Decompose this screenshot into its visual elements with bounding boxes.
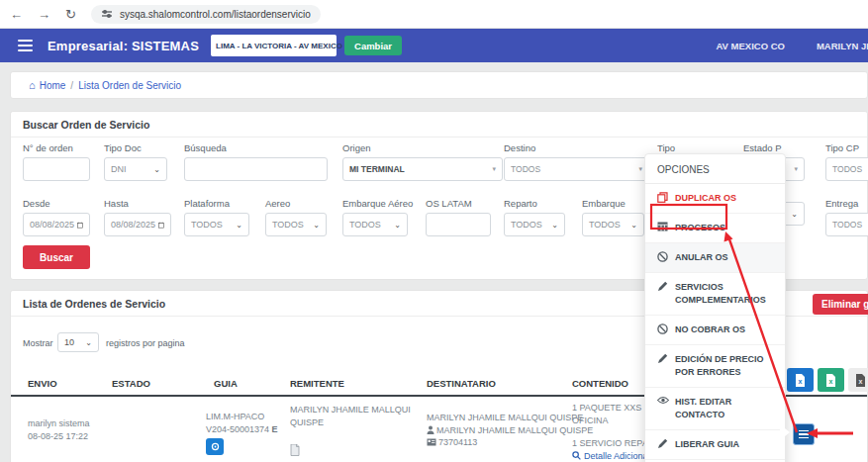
ban-icon bbox=[657, 251, 669, 262]
column-header-contenido[interactable]: CONTENIDO bbox=[572, 378, 628, 389]
field-label: Tipo CP bbox=[825, 142, 868, 153]
field-plataforma: Plataforma TODOS⌄ bbox=[184, 198, 249, 236]
plataforma-select[interactable]: TODOS⌄ bbox=[184, 213, 249, 236]
chevron-down-icon: ⌄ bbox=[791, 210, 798, 219]
os-latam-input[interactable] bbox=[426, 213, 491, 236]
busqueda-input[interactable] bbox=[184, 157, 328, 181]
menu-item-servicios-complementarios[interactable]: SERVICIOS COMPLEMENTARIOS bbox=[645, 273, 785, 316]
export-excel-green-button[interactable]: x bbox=[818, 368, 844, 392]
cell-guia: LIM.M-HPACO V204-50001374 E bbox=[206, 411, 278, 455]
chevron-down-icon: ▾ bbox=[638, 165, 642, 173]
tipo-cp-select[interactable]: TODOS bbox=[825, 157, 868, 181]
change-branch-button[interactable]: Cambiar bbox=[344, 36, 402, 55]
row-options-button[interactable] bbox=[793, 423, 815, 445]
menu-item-duplicar-os[interactable]: DUPLICAR OS bbox=[645, 184, 785, 214]
destinatario-name: MARILYN JHAMILE MALLQUI QUISPE bbox=[427, 412, 593, 424]
breadcrumb-home-link[interactable]: Home bbox=[40, 80, 66, 91]
breadcrumb-separator: / bbox=[70, 80, 73, 91]
svg-text:x: x bbox=[858, 378, 862, 385]
field-os-latam: OS LATAM bbox=[426, 198, 491, 236]
menu-item-hist-editar-contacto[interactable]: HIST. EDITAR CONTACTO bbox=[645, 388, 785, 430]
column-header-envio[interactable]: ENVIO bbox=[28, 378, 57, 389]
column-header-estado[interactable]: ESTADO bbox=[112, 378, 150, 389]
forward-icon[interactable]: → bbox=[38, 8, 50, 21]
menu-item-no-cobrar-os[interactable]: NO COBRAR OS bbox=[645, 316, 785, 345]
field-hasta: Hasta 08/08/2025 bbox=[104, 198, 171, 236]
tipo-doc-select[interactable]: DNI⌄ bbox=[104, 157, 167, 181]
reparto-select[interactable]: TODOS⌄ bbox=[504, 213, 565, 236]
table-icon bbox=[657, 222, 669, 231]
office-label[interactable]: AV MEXICO CO bbox=[716, 41, 785, 51]
field-busqueda: Búsqueda bbox=[184, 142, 328, 181]
field-label: Embarque bbox=[582, 198, 644, 209]
id-card-icon bbox=[427, 438, 436, 446]
guia-flag: E bbox=[272, 424, 278, 434]
copy-icon bbox=[657, 192, 669, 203]
cell-envio: marilyn sistema 08-08-25 17:22 bbox=[28, 417, 90, 442]
calendar-icon bbox=[158, 221, 164, 230]
column-header-destinatario[interactable]: DESTINATARIO bbox=[427, 378, 496, 389]
field-destino: Destino TODOS▾ bbox=[504, 142, 649, 181]
envio-user: marilyn sistema bbox=[28, 417, 90, 430]
eliminar-guias-button[interactable]: Eliminar guias S bbox=[813, 294, 868, 315]
field-label: Reparto bbox=[504, 198, 565, 209]
breadcrumb-current: Lista Orden de Servicio bbox=[78, 80, 181, 91]
app-window: ← → ↻ sysqa.shalomcontrol.com/listaorden… bbox=[0, 0, 868, 462]
person-icon bbox=[427, 425, 434, 434]
menu-item-procesos[interactable]: PROCESOS bbox=[645, 214, 785, 243]
menu-item-anular-os[interactable]: ANULAR OS bbox=[645, 243, 785, 273]
show-entries-prefix: Mostrar bbox=[23, 337, 53, 350]
menu-item-edicion-de-precio[interactable]: EDICIÓN DE PRECIO POR ERRORES bbox=[645, 345, 785, 388]
page-size-select[interactable]: 10 ⌄ bbox=[57, 332, 99, 352]
chevron-down-icon: ⌄ bbox=[236, 221, 242, 230]
svg-text:x: x bbox=[829, 378, 833, 385]
aereo-select[interactable]: TODOS⌄ bbox=[265, 213, 327, 236]
home-icon: ⌂ bbox=[29, 79, 36, 91]
site-settings-icon[interactable] bbox=[101, 8, 113, 20]
export-excel-blue-button[interactable]: x bbox=[787, 368, 814, 392]
field-label: Origen bbox=[342, 142, 503, 153]
column-header-remitente[interactable]: REMITENTE bbox=[290, 378, 344, 389]
destino-select[interactable]: TODOS▾ bbox=[504, 157, 649, 181]
back-icon[interactable]: ← bbox=[10, 8, 23, 21]
user-label[interactable]: MARILYN JHA bbox=[817, 41, 868, 51]
branch-select[interactable]: LIMA - LA VICTORIA - AV MEXICO CO ▾ bbox=[211, 35, 337, 56]
desde-date-input[interactable]: 08/08/2025 bbox=[23, 213, 90, 236]
svg-text:x: x bbox=[799, 378, 803, 385]
field-label: Estado P bbox=[743, 142, 805, 153]
hasta-date-input[interactable]: 08/08/2025 bbox=[104, 213, 171, 236]
chevron-down-icon: ▾ bbox=[492, 165, 496, 173]
guia-route: LIM.M-HPACO bbox=[206, 411, 278, 423]
menu-item-liberar-guia[interactable]: LIBERAR GUIA bbox=[645, 430, 785, 460]
field-label: Tipo bbox=[657, 142, 726, 153]
field-label: Desde bbox=[23, 198, 90, 209]
embarque-aereo-select[interactable]: TODOS⌄ bbox=[342, 213, 408, 236]
branch-select-value: LIMA - LA VICTORIA - AV MEXICO CO bbox=[216, 42, 356, 50]
menu-hamburger-icon[interactable] bbox=[18, 37, 33, 54]
field-label: Entrega bbox=[825, 198, 868, 209]
field-label: Tipo Doc bbox=[104, 142, 167, 153]
buscar-button[interactable]: Buscar bbox=[23, 245, 90, 269]
calendar-icon bbox=[77, 221, 83, 230]
origen-select[interactable]: MI TERMINAL▾ bbox=[342, 157, 503, 181]
export-excel-light-button[interactable]: x bbox=[848, 368, 868, 392]
guia-info-icon[interactable] bbox=[206, 438, 224, 455]
field-label: Búsqueda bbox=[184, 142, 328, 153]
reload-icon[interactable]: ↻ bbox=[65, 8, 76, 21]
document-icon[interactable] bbox=[290, 444, 438, 460]
entrega-select[interactable]: TODOS bbox=[825, 213, 868, 236]
ban-icon bbox=[657, 323, 669, 334]
excel-file-icon: x bbox=[825, 374, 836, 387]
chevron-down-icon: ▾ bbox=[794, 165, 798, 173]
url-text[interactable]: sysqa.shalomcontrol.com/listaordenservic… bbox=[120, 9, 311, 20]
envio-date: 08-08-25 17:22 bbox=[28, 430, 90, 443]
order-number-input[interactable] bbox=[23, 157, 90, 181]
pencil-icon bbox=[657, 281, 669, 292]
column-header-guia[interactable]: GUIA bbox=[214, 378, 238, 389]
address-bar[interactable]: sysqa.shalomcontrol.com/listaordenservic… bbox=[91, 5, 321, 24]
chevron-down-icon: ⌄ bbox=[85, 338, 92, 347]
embarque-select[interactable]: TODOS⌄ bbox=[582, 213, 644, 236]
field-embarque: Embarque TODOS⌄ bbox=[582, 198, 644, 236]
field-label: Aereo bbox=[265, 198, 327, 209]
field-order-number: N° de orden bbox=[23, 142, 90, 181]
